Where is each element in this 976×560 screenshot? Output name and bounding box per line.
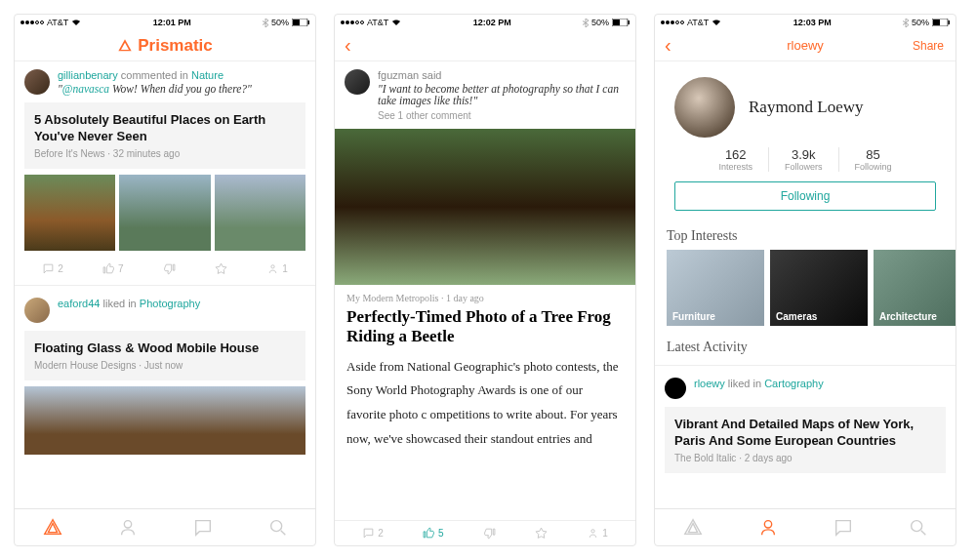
article-meta: Modern House Designs · Just now: [34, 360, 296, 371]
article-content[interactable]: fguzman said "I want to become better at…: [335, 61, 635, 520]
avatar[interactable]: [665, 378, 686, 399]
nav-bar: ‹ rloewy Share: [655, 30, 956, 61]
social-actions: 2 5 1: [335, 520, 635, 545]
tab-search[interactable]: [908, 517, 929, 539]
phone-screen-2: AT&T 12:02 PM 50% ‹ fguzman said "I want…: [334, 14, 636, 546]
nav-title: rloewy: [787, 38, 824, 53]
dislike-button[interactable]: [483, 527, 496, 540]
like-button[interactable]: 5: [423, 527, 444, 540]
thumbnail-image[interactable]: [119, 175, 210, 251]
status-bar: AT&T 12:01 PM 50%: [15, 15, 315, 30]
thumbnail-image[interactable]: [24, 175, 115, 251]
avatar[interactable]: [24, 69, 50, 95]
svg-point-4: [124, 520, 131, 527]
battery-icon: [612, 19, 630, 26]
share-button[interactable]: Share: [913, 39, 944, 53]
bluetooth-icon: [263, 19, 268, 27]
status-time: 12:03 PM: [793, 18, 832, 27]
stat-following[interactable]: 85Following: [838, 147, 908, 172]
phone-screen-3: AT&T 12:03 PM 50% ‹ rloewy Share Raymond…: [654, 14, 956, 546]
comment-quote: "I want to become better at photography …: [378, 83, 626, 106]
svg-point-3: [271, 264, 274, 267]
top-interests-header: Top Interests: [655, 224, 956, 250]
tab-home[interactable]: [42, 517, 63, 539]
wifi-icon: [71, 19, 81, 26]
article-title: Perfectly-Timed Photo of a Tree Frog Rid…: [335, 305, 635, 355]
interest-tile[interactable]: Architecture: [874, 250, 956, 326]
profile-content[interactable]: Raymond Loewy 162Interests 3.9kFollowers…: [655, 61, 956, 508]
article-card[interactable]: Vibrant And Detailed Maps of New York, P…: [665, 407, 946, 473]
feed-content[interactable]: gillianbenary commented in Nature "@nava…: [15, 61, 315, 508]
topic-link[interactable]: Photography: [140, 298, 200, 309]
avatar[interactable]: [24, 298, 50, 323]
article-image[interactable]: [24, 386, 305, 455]
phone-screen-1: AT&T 12:01 PM 50% Prismatic: [14, 14, 316, 546]
interest-tile[interactable]: Furniture: [667, 250, 764, 326]
tab-home[interactable]: [682, 517, 704, 539]
post-byline: rloewy liked in Cartography: [694, 378, 946, 389]
post-byline: gillianbenary commented in Nature: [58, 69, 305, 81]
share-button[interactable]: 1: [587, 527, 608, 540]
avatar[interactable]: [345, 69, 370, 95]
post-byline: eaford44 liked in Photography: [58, 298, 305, 309]
article-meta: Before It's News · 32 minutes ago: [34, 148, 296, 159]
battery-label: 50%: [271, 18, 289, 27]
interests-row[interactable]: Furniture Cameras Architecture: [655, 250, 956, 336]
stat-followers[interactable]: 3.9kFollowers: [768, 147, 838, 172]
back-button[interactable]: ‹: [345, 34, 351, 57]
stat-interests[interactable]: 162Interests: [703, 147, 768, 172]
post-header: gillianbenary commented in Nature "@nava…: [15, 61, 315, 102]
article-title: 5 Absolutely Beautiful Places on Earth Y…: [34, 112, 296, 145]
comment-button[interactable]: 2: [42, 262, 63, 275]
article-card[interactable]: Floating Glass & Wood Mobile House Moder…: [24, 331, 305, 380]
tab-search[interactable]: [267, 517, 289, 539]
latest-activity-header: Latest Activity: [655, 336, 956, 361]
thumbnail-image[interactable]: [215, 175, 305, 251]
mention-link[interactable]: @navasca: [62, 83, 109, 95]
profile-stats: 162Interests 3.9kFollowers 85Following: [655, 147, 956, 181]
svg-rect-11: [933, 20, 940, 25]
follow-button[interactable]: Following: [674, 181, 936, 211]
prismatic-logo-icon: [117, 38, 133, 54]
tab-chat[interactable]: [192, 517, 214, 539]
bluetooth-icon: [903, 19, 909, 27]
tab-chat[interactable]: [833, 517, 854, 539]
profile-avatar[interactable]: [674, 77, 735, 138]
post-byline: fguzman said: [378, 69, 626, 81]
tab-bar: [15, 508, 315, 545]
back-button[interactable]: ‹: [665, 34, 671, 57]
profile-name: Raymond Loewy: [749, 98, 864, 117]
svg-point-14: [911, 520, 921, 531]
svg-rect-2: [307, 20, 309, 24]
article-meta: My Modern Metropolis · 1 day ago: [335, 285, 635, 305]
article-title: Floating Glass & Wood Mobile House: [34, 340, 296, 357]
topic-link[interactable]: Nature: [191, 69, 224, 81]
interest-tile[interactable]: Cameras: [770, 250, 868, 326]
comment-button[interactable]: 2: [362, 527, 384, 540]
dislike-button[interactable]: [163, 262, 176, 275]
topic-link[interactable]: Cartography: [764, 378, 824, 389]
status-bar: AT&T 12:02 PM 50%: [335, 15, 635, 30]
tab-profile[interactable]: [117, 517, 139, 539]
save-button[interactable]: [535, 527, 548, 540]
article-meta: The Bold Italic · 2 days ago: [674, 453, 936, 463]
svg-rect-8: [628, 20, 630, 24]
tab-profile[interactable]: [757, 517, 779, 539]
post-header: eaford44 liked in Photography: [15, 290, 315, 331]
bluetooth-icon: [583, 19, 589, 27]
article-card[interactable]: 5 Absolutely Beautiful Places on Earth Y…: [24, 102, 305, 169]
comment-quote: "@navasca Wow! When did you go there?": [58, 83, 305, 95]
share-button[interactable]: 1: [266, 262, 288, 275]
svg-rect-7: [613, 20, 620, 25]
svg-point-13: [764, 520, 771, 527]
username-link[interactable]: rloewy: [694, 378, 725, 389]
save-button[interactable]: [215, 262, 227, 275]
like-button[interactable]: 7: [102, 262, 124, 275]
see-more-comments[interactable]: See 1 other comment: [378, 110, 626, 121]
username-link[interactable]: gillianbenary: [58, 69, 118, 81]
post-header: rloewy liked in Cartography: [655, 370, 956, 407]
battery-label: 50%: [591, 18, 609, 27]
tab-bar: [655, 508, 956, 545]
username-link[interactable]: eaford44: [58, 298, 100, 309]
article-hero-image[interactable]: [335, 129, 635, 285]
